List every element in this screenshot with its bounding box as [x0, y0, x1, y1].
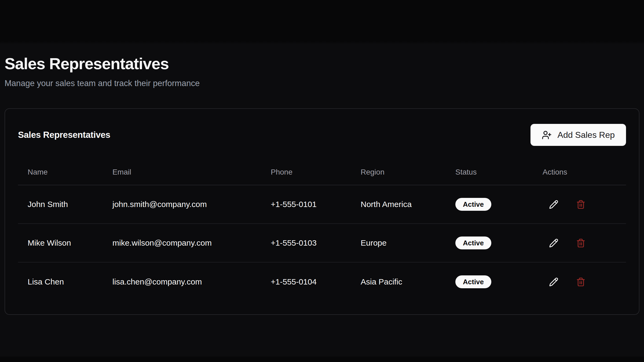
table-row: John Smith john.smith@company.com +1-555…: [18, 185, 626, 224]
delete-button[interactable]: [576, 277, 586, 287]
cell-email: lisa.chen@company.com: [103, 277, 261, 286]
card-header: Sales Representatives Add Sales Rep: [5, 109, 639, 146]
edit-button[interactable]: [549, 200, 558, 209]
cell-phone: +1-555-0101: [261, 200, 351, 209]
cell-email: john.smith@company.com: [103, 200, 261, 209]
column-header-region: Region: [351, 168, 446, 176]
cell-phone: +1-555-0104: [261, 277, 351, 286]
page-subtitle: Manage your sales team and track their p…: [5, 78, 639, 89]
add-sales-rep-button[interactable]: Add Sales Rep: [530, 124, 626, 146]
status-badge: Active: [455, 275, 491, 288]
column-header-status: Status: [446, 168, 533, 176]
table-row: Lisa Chen lisa.chen@company.com +1-555-0…: [18, 263, 626, 301]
cell-email: mike.wilson@company.com: [103, 238, 261, 248]
column-header-email: Email: [103, 168, 261, 176]
pencil-icon: [549, 277, 558, 287]
delete-button[interactable]: [576, 200, 586, 209]
cell-name: John Smith: [18, 200, 103, 209]
add-sales-rep-label: Add Sales Rep: [558, 130, 615, 140]
cell-region: Europe: [351, 238, 446, 248]
table-row: Mike Wilson mike.wilson@company.com +1-5…: [18, 224, 626, 263]
sales-reps-table: Name Email Phone Region Status Actions J…: [18, 159, 626, 301]
edit-button[interactable]: [549, 238, 558, 248]
card-title: Sales Representatives: [18, 130, 110, 140]
column-header-actions: Actions: [533, 168, 626, 176]
delete-button[interactable]: [576, 238, 586, 248]
trash-icon: [576, 277, 586, 287]
table-header-row: Name Email Phone Region Status Actions: [18, 159, 626, 185]
column-header-phone: Phone: [261, 168, 351, 176]
status-badge: Active: [455, 198, 491, 211]
sales-reps-card: Sales Representatives Add Sales Rep Name…: [5, 108, 639, 315]
pencil-icon: [549, 200, 558, 209]
pencil-icon: [549, 238, 558, 248]
sales-representatives-page: Sales Representatives Manage your sales …: [0, 0, 644, 315]
column-header-name: Name: [18, 168, 103, 176]
status-badge: Active: [455, 237, 491, 249]
cell-name: Mike Wilson: [18, 238, 103, 248]
cell-name: Lisa Chen: [18, 277, 103, 286]
user-plus-icon: [542, 130, 552, 140]
edit-button[interactable]: [549, 277, 558, 287]
cell-phone: +1-555-0103: [261, 238, 351, 248]
trash-icon: [576, 238, 586, 248]
cell-region: Asia Pacific: [351, 277, 446, 286]
cell-region: North America: [351, 200, 446, 209]
page-title: Sales Representatives: [5, 54, 639, 73]
trash-icon: [576, 200, 586, 209]
